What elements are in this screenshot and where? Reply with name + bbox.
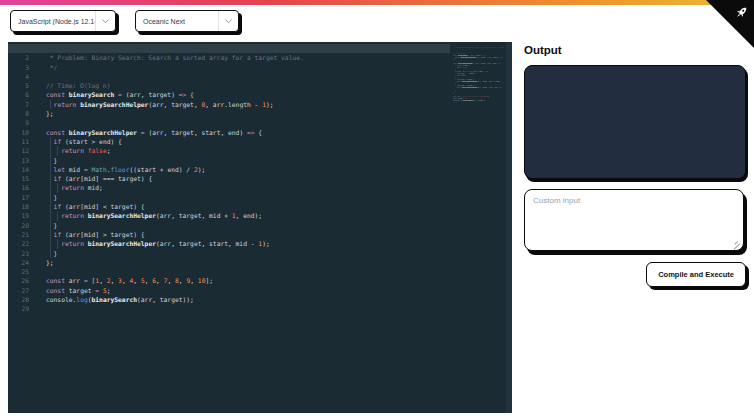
line-number: 8 — [8, 109, 38, 118]
code-line[interactable]: 3 */ — [8, 63, 512, 72]
code-line[interactable]: 29 — [8, 304, 512, 313]
accent-gradient-bar — [0, 0, 754, 5]
line-number: 2 — [8, 53, 38, 62]
code-line-text: if (arr[mid] > target) { — [46, 230, 145, 239]
compile-and-execute-button[interactable]: Compile and Execute — [646, 262, 746, 287]
theme-select[interactable]: Oceanic Next — [135, 10, 239, 32]
toolbar: JavaScript (Node.js 12.14.0) Oceanic Nex… — [10, 10, 239, 32]
line-number: 27 — [8, 286, 38, 295]
code-line-text: } — [46, 249, 57, 258]
code-line-text: } — [46, 221, 57, 230]
code-line-text: }; — [46, 109, 54, 118]
code-line-text: return binarySearchHelper(arr, target, s… — [46, 239, 270, 248]
code-line-text: */ — [46, 63, 57, 72]
code-line[interactable]: 16 return mid; — [8, 183, 512, 192]
corner-ribbon[interactable] — [706, 0, 754, 48]
line-number: 18 — [8, 202, 38, 211]
code-line-text: return mid; — [46, 183, 103, 192]
code-line[interactable]: 7 return binarySearchHelper(arr, target,… — [8, 100, 512, 109]
output-display — [524, 65, 746, 179]
code-line-text: }; — [46, 258, 54, 267]
code-line[interactable]: 24}; — [8, 258, 512, 267]
line-number: 12 — [8, 146, 38, 155]
resize-handle-icon[interactable] — [733, 237, 740, 244]
line-number: 29 — [8, 304, 38, 313]
chevron-down-icon — [218, 11, 238, 31]
line-number: 22 — [8, 239, 38, 248]
code-line[interactable]: 28console.log(binarySearch(arr, target))… — [8, 295, 512, 304]
code-line-text: if (arr[mid] === target) { — [46, 174, 152, 183]
line-number: 14 — [8, 165, 38, 174]
line-number: 25 — [8, 267, 38, 276]
line-number: 5 — [8, 81, 38, 90]
output-panel-title: Output — [524, 44, 746, 56]
line-number: 17 — [8, 193, 38, 202]
line-number: 4 — [8, 72, 38, 81]
line-number: 6 — [8, 90, 38, 99]
language-select[interactable]: JavaScript (Node.js 12.14.0) — [10, 10, 116, 32]
language-select-value: JavaScript (Node.js 12.14.0) — [11, 18, 95, 25]
code-line[interactable]: 21 if (arr[mid] > target) { — [8, 230, 512, 239]
custom-input-field[interactable] — [524, 189, 744, 251]
line-number: 21 — [8, 230, 38, 239]
code-line[interactable]: 12 return false; — [8, 146, 512, 155]
line-number: 9 — [8, 118, 38, 127]
code-line-text: if (arr[mid] < target) { — [46, 202, 145, 211]
code-line[interactable]: 18 if (arr[mid] < target) { — [8, 202, 512, 211]
code-line[interactable]: 17 } — [8, 193, 512, 202]
code-line[interactable]: 5// Time: O(log n) — [8, 81, 512, 90]
code-line-text: } — [46, 156, 57, 165]
code-line-text: const binarySearchHelper = (arr, target,… — [46, 128, 262, 137]
code-editor[interactable]: 1/**2 * Problem: Binary Search: Search a… — [8, 42, 512, 413]
theme-select-value: Oceanic Next — [136, 18, 218, 25]
line-number: 19 — [8, 211, 38, 220]
output-panel: Output Compile and Execute — [524, 44, 746, 287]
line-number: 10 — [8, 128, 38, 137]
code-line[interactable]: 6const binarySearch = (arr, target) => { — [8, 90, 512, 99]
code-line[interactable]: 14 let mid = Math.floor((start + end) / … — [8, 165, 512, 174]
code-line-text: const target = 5; — [46, 286, 111, 295]
line-number: 24 — [8, 258, 38, 267]
code-line[interactable]: 15 if (arr[mid] === target) { — [8, 174, 512, 183]
line-number: 16 — [8, 183, 38, 192]
rocket-icon — [731, 2, 752, 23]
code-line[interactable]: 8}; — [8, 109, 512, 118]
code-line-text: if (start > end) { — [46, 137, 122, 146]
code-line[interactable]: 13 } — [8, 156, 512, 165]
code-lines: 1/**2 * Problem: Binary Search: Search a… — [8, 44, 512, 314]
code-line-text: let mid = Math.floor((start + end) / 2); — [46, 165, 205, 174]
code-line[interactable]: 1/** — [8, 44, 450, 53]
editor-scrollbar[interactable] — [506, 42, 512, 413]
code-line[interactable]: 9 — [8, 118, 512, 127]
code-line-text: const binarySearch = (arr, target) => { — [46, 90, 194, 99]
code-line-text: return binarySearchHelper(arr, target, 0… — [46, 100, 274, 109]
code-line[interactable]: 11 if (start > end) { — [8, 137, 512, 146]
line-number: 13 — [8, 156, 38, 165]
code-line[interactable]: 10const binarySearchHelper = (arr, targe… — [8, 128, 512, 137]
code-line-text: const arr = [1, 2, 3, 4, 5, 6, 7, 8, 9, … — [46, 276, 213, 285]
line-number: 11 — [8, 137, 38, 146]
code-line-text: // Time: O(log n) — [46, 81, 110, 90]
code-line-text: return false; — [46, 146, 110, 155]
code-line-text: * Problem: Binary Search: Search a sorte… — [46, 53, 304, 62]
line-number: 3 — [8, 63, 38, 72]
code-line[interactable]: 25 — [8, 267, 512, 276]
code-line[interactable]: 23 } — [8, 249, 512, 258]
code-line[interactable]: 20 } — [8, 221, 512, 230]
line-number: 15 — [8, 174, 38, 183]
line-number: 26 — [8, 276, 38, 285]
code-line[interactable]: 2 * Problem: Binary Search: Search a sor… — [8, 53, 512, 62]
code-line[interactable]: 4 — [8, 72, 512, 81]
code-line[interactable]: 19 return binarySearchHelper(arr, target… — [8, 211, 512, 220]
line-number: 23 — [8, 249, 38, 258]
line-number: 28 — [8, 295, 38, 304]
code-line[interactable]: 26const arr = [1, 2, 3, 4, 5, 6, 7, 8, 9… — [8, 276, 512, 285]
line-number: 7 — [8, 100, 38, 109]
code-line[interactable]: 27const target = 5; — [8, 286, 512, 295]
minimap[interactable]: /** * Problem: Binary Search: Search a s… — [453, 44, 505, 164]
code-line[interactable]: 22 return binarySearchHelper(arr, target… — [8, 239, 512, 248]
code-line-text: return binarySearchHelper(arr, target, m… — [46, 211, 262, 220]
minimap-content: /** * Problem: Binary Search: Search a s… — [453, 44, 505, 103]
line-number: 20 — [8, 221, 38, 230]
code-line-text: console.log(binarySearch(arr, target)); — [46, 295, 194, 304]
